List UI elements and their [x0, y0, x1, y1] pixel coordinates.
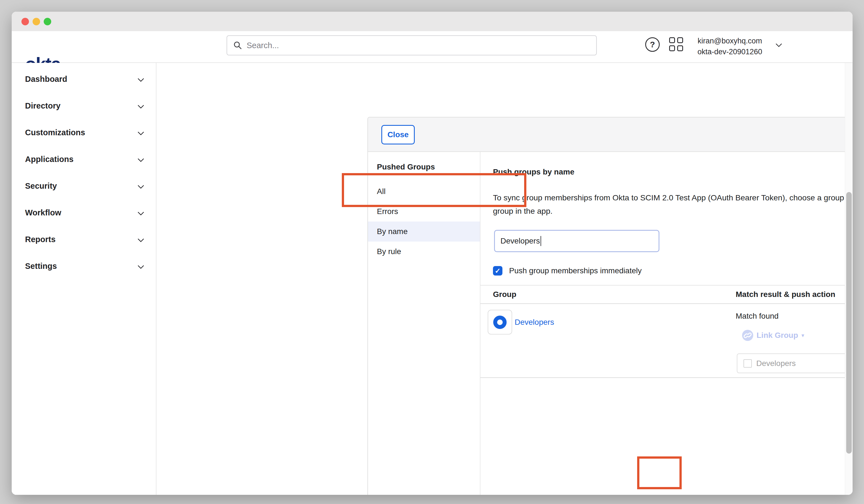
sidebar: Dashboard Directory Customizations Appli…	[12, 63, 156, 495]
link-group-label: Link Group	[757, 331, 798, 340]
app-group-select-value: Developers	[756, 359, 853, 368]
search-input[interactable]	[247, 41, 596, 50]
nav-item-errors[interactable]: Errors	[368, 202, 480, 221]
search-icon	[233, 40, 243, 50]
column-header-match: Match result & push action	[736, 290, 835, 299]
app-group-select[interactable]: Developers ▾	[737, 353, 853, 373]
push-immediately-label: Push group memberships immediately	[509, 266, 641, 276]
main-content: Close Pushed Groups All Errors By name B…	[157, 63, 845, 495]
sidebar-item-dashboard[interactable]: Dashboard	[25, 73, 143, 85]
checkmark-icon: ✓	[495, 267, 501, 275]
account-chevron-down-icon[interactable]	[776, 41, 782, 47]
account-org: okta-dev-20901260	[688, 47, 771, 57]
account-email: kiran@boxyhq.com	[688, 36, 771, 47]
browser-window: okta ? kiran@boxyhq.com okta-dev-2090126…	[12, 12, 853, 495]
push-immediately-checkbox[interactable]: ✓	[493, 266, 502, 276]
group-name-input[interactable]: Developers	[494, 230, 659, 252]
global-search[interactable]	[227, 35, 597, 56]
okta-group-icon	[493, 315, 507, 329]
chevron-down-icon	[138, 182, 144, 189]
help-icon[interactable]: ?	[645, 37, 660, 52]
page-title: Push groups by name	[493, 168, 575, 177]
apps-grid-icon[interactable]	[669, 37, 684, 52]
group-input-value: Developers	[501, 237, 540, 245]
scrollbar-thumb[interactable]	[846, 192, 852, 454]
link-icon	[742, 330, 753, 341]
sidebar-item-security[interactable]: Security	[25, 180, 143, 191]
chevron-down-icon	[138, 156, 144, 162]
text-cursor	[541, 236, 541, 246]
group-name-link[interactable]: Developers	[515, 318, 554, 327]
sidebar-item-settings[interactable]: Settings	[25, 261, 143, 272]
app-header: okta ? kiran@boxyhq.com okta-dev-2090126…	[12, 31, 853, 63]
chevron-down-icon	[138, 209, 144, 216]
table-header: Group Match result & push action	[480, 285, 853, 304]
sidebar-item-customizations[interactable]: Customizations	[25, 127, 143, 138]
link-group-caret-icon: ▾	[801, 332, 804, 339]
scrollbar-track[interactable]	[845, 63, 853, 495]
chevron-down-icon	[138, 263, 144, 269]
chevron-down-icon	[138, 76, 144, 82]
chevron-down-icon	[138, 236, 144, 242]
pushed-groups-title: Pushed Groups	[377, 163, 435, 171]
sidebar-item-workflow[interactable]: Workflow	[25, 207, 143, 218]
chevron-down-icon	[138, 103, 144, 109]
window-zoom-button[interactable]	[44, 18, 51, 25]
group-icon-card	[488, 310, 512, 335]
link-group-action[interactable]: Link Group ▾	[742, 330, 804, 341]
sidebar-item-directory[interactable]: Directory	[25, 100, 143, 111]
sidebar-item-applications[interactable]: Applications	[25, 154, 143, 165]
desktop: okta ? kiran@boxyhq.com okta-dev-2090126…	[0, 0, 864, 504]
app-group-checkbox-icon	[743, 359, 752, 368]
sidebar-item-reports[interactable]: Reports	[25, 234, 143, 245]
account-menu[interactable]: kiran@boxyhq.com okta-dev-20901260	[688, 36, 771, 57]
nav-item-all[interactable]: All	[368, 181, 480, 202]
chevron-down-icon	[138, 129, 144, 135]
nav-item-by-rule[interactable]: By rule	[368, 242, 480, 262]
close-button[interactable]: Close	[381, 125, 415, 144]
window-titlebar	[12, 12, 853, 31]
panel-header: Close	[368, 118, 853, 152]
match-status-text: Match found	[736, 312, 779, 321]
description-text: To sync group memberships from Okta to S…	[493, 191, 853, 218]
window-close-button[interactable]	[22, 18, 29, 25]
pushed-groups-nav: Pushed Groups All Errors By name By rule	[368, 152, 480, 495]
window-minimize-button[interactable]	[33, 18, 40, 25]
table-row: Developers Match found Link Group ▾	[480, 304, 853, 378]
push-groups-panel: Close Pushed Groups All Errors By name B…	[368, 117, 853, 495]
column-header-group: Group	[493, 290, 516, 299]
nav-item-by-name[interactable]: By name	[368, 221, 480, 242]
